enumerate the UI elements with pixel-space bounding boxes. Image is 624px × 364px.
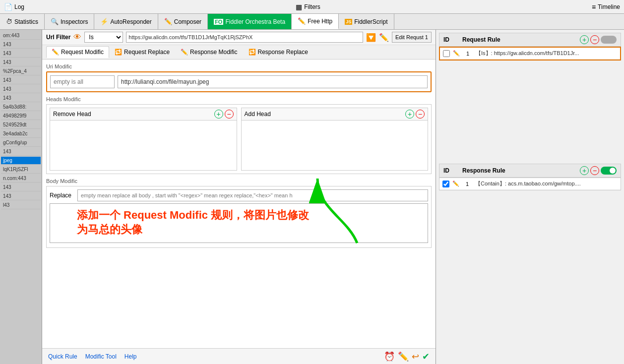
- filter-condition-select[interactable]: Is Contains Regex: [84, 32, 123, 43]
- left-item[interactable]: om:443: [1, 32, 41, 40]
- help-link[interactable]: Help: [125, 353, 137, 360]
- subtab-response-replace[interactable]: 🔁 Response Replace: [243, 46, 313, 58]
- remove-head-header: Remove Head + −: [50, 108, 237, 121]
- tab-statistics-label: Statistics: [14, 18, 38, 25]
- timeline-icon: ≡: [592, 3, 596, 11]
- bottom-actions: ⏰ ✏️ ↩ ✔: [384, 351, 430, 362]
- request-replace-icon: 🔁: [115, 49, 122, 56]
- log-item[interactable]: 📄 Log: [4, 3, 24, 11]
- left-item[interactable]: gConfig/up: [1, 139, 41, 147]
- edit-icon[interactable]: ✏️: [379, 33, 389, 42]
- tab-composer[interactable]: ✏️ Composer: [158, 14, 208, 29]
- tab-autoresponder[interactable]: ⚡ AutoResponder: [94, 14, 158, 29]
- center-panel: Url Filter 👁 Is Contains Regex 🔽 ✏️ Edit…: [42, 30, 436, 364]
- tab-fiddler-script[interactable]: JS FiddlerScript: [339, 14, 394, 29]
- edit-request-btn[interactable]: Edit Requst 1: [392, 32, 432, 43]
- request-modific-icon: ✏️: [52, 49, 59, 56]
- filters-icon: ▦: [296, 3, 302, 11]
- edit-rule-icon[interactable]: ✏️: [453, 50, 460, 57]
- left-item[interactable]: 5a4b3d88:: [1, 103, 41, 111]
- add-head-header: Add Head + −: [242, 108, 428, 121]
- response-replace-icon: 🔁: [249, 49, 256, 56]
- tab-statistics[interactable]: ⏱ Statistics: [0, 14, 45, 29]
- left-item[interactable]: l43: [1, 201, 41, 209]
- timeline-label: Timeline: [598, 3, 620, 10]
- remove-head-add-btn[interactable]: +: [214, 110, 223, 119]
- edit-response-rule-icon[interactable]: ✏️: [452, 181, 459, 187]
- request-rules-section: ID Request Rule + − ✏️ 1 【Is】: https://g…: [439, 33, 621, 61]
- replace-input[interactable]: [77, 189, 428, 201]
- left-item[interactable]: 143: [1, 94, 41, 102]
- response-rules-actions: + −: [580, 166, 617, 175]
- uri-value-input[interactable]: [118, 75, 428, 88]
- tab-free-http[interactable]: ✏️ Free Http: [292, 14, 339, 29]
- add-head-remove-btn[interactable]: −: [416, 110, 425, 119]
- response-rule-text: 【Contain】: acs.m.taobao.com/gw/mtop....: [475, 180, 618, 187]
- left-item[interactable]: 143: [1, 192, 41, 200]
- left-item[interactable]: %2Fpca_4: [1, 67, 41, 75]
- request-rule-checkbox[interactable]: [443, 50, 450, 57]
- filters-label: Filters: [304, 3, 320, 10]
- confirm-icon[interactable]: ✔: [422, 351, 430, 362]
- clock-icon[interactable]: ⏰: [384, 351, 395, 362]
- subtab-request-replace[interactable]: 🔁 Request Replace: [109, 46, 175, 58]
- request-rule-toggle[interactable]: [601, 36, 617, 44]
- response-rule-remove-btn[interactable]: −: [590, 166, 599, 175]
- heads-modific-label: Heads Modific: [46, 96, 432, 102]
- tab-fiddler-orchestra-label: Fiddler Orchestra Beta: [225, 18, 285, 25]
- left-item[interactable]: 143: [1, 59, 41, 66]
- left-item[interactable]: 143: [1, 50, 41, 58]
- left-item[interactable]: 143: [1, 148, 41, 156]
- modific-tool-link[interactable]: Modific Tool: [85, 353, 117, 360]
- request-rule-remove-btn[interactable]: −: [590, 35, 599, 44]
- filter-icon: 🔽: [366, 33, 376, 42]
- fiddler-orchestra-icon: FO: [214, 19, 223, 25]
- left-item[interactable]: 143: [1, 85, 41, 93]
- body-modific-section: Body Modific Replace: [46, 178, 432, 248]
- edit-action-icon[interactable]: ✏️: [398, 351, 409, 362]
- remove-head-label: Remove Head: [53, 111, 91, 118]
- response-rule-add-btn[interactable]: +: [580, 166, 589, 175]
- left-item[interactable]: 143: [1, 76, 41, 84]
- body-textarea[interactable]: [50, 203, 428, 243]
- subtab-request-modific[interactable]: ✏️ Request Modific: [46, 46, 109, 58]
- left-item[interactable]: 143: [1, 183, 41, 191]
- inspectors-icon: 🔍: [51, 18, 59, 25]
- subtab-response-modific[interactable]: ✏️ Response Modific: [175, 46, 243, 58]
- tab-free-http-label: Free Http: [308, 18, 332, 25]
- response-rule-id: 1: [462, 181, 472, 187]
- tab-inspectors[interactable]: 🔍 Inspectors: [45, 14, 94, 29]
- left-item[interactable]: 4949829f9: [1, 112, 41, 120]
- top-bar: 📄 Log ▦ Filters ≡ Timeline: [0, 0, 624, 14]
- subtab-request-modific-label: Request Modific: [61, 49, 104, 56]
- filter-url-input[interactable]: [126, 32, 363, 43]
- filter-eye-icon[interactable]: 👁: [73, 33, 81, 42]
- request-rules-table: ✏️ 1 【Is】: https://gw.alicdn.com/tfs/TB1…: [439, 47, 621, 61]
- response-id-col: ID: [443, 167, 458, 174]
- filters-item[interactable]: ▦ Filters: [296, 3, 320, 11]
- request-rule-add-btn[interactable]: +: [580, 35, 589, 44]
- response-rule-checkbox[interactable]: [442, 181, 449, 187]
- undo-icon[interactable]: ↩: [412, 351, 419, 362]
- uri-key-input[interactable]: [50, 75, 115, 88]
- left-item[interactable]: lqK1RjSZFl: [1, 166, 41, 174]
- composer-icon: ✏️: [164, 18, 172, 25]
- left-item[interactable]: 3e4adab2c: [1, 130, 41, 138]
- request-rules-actions: + −: [580, 35, 617, 44]
- quick-rule-link[interactable]: Quick Rule: [48, 353, 77, 360]
- tab-fiddler-orchestra[interactable]: FO Fiddler Orchestra Beta: [208, 14, 292, 29]
- uri-modific-row: [50, 75, 428, 88]
- uri-modific-box: [46, 71, 432, 92]
- left-item[interactable]: 5249529dt: [1, 121, 41, 129]
- main-container: om:443 143 143 143 %2Fpca_4 143 143 143 …: [0, 30, 624, 364]
- url-filter-label: Url Filter: [46, 34, 70, 41]
- left-item[interactable]: 143: [1, 41, 41, 49]
- left-item-selected[interactable]: jpeg: [1, 157, 41, 165]
- response-rule-toggle[interactable]: [601, 167, 617, 175]
- add-head-add-btn[interactable]: +: [405, 110, 414, 119]
- subtab-response-modific-label: Response Modific: [190, 49, 237, 56]
- subtab-response-replace-label: Response Replace: [258, 49, 308, 56]
- remove-head-remove-btn[interactable]: −: [225, 110, 234, 119]
- left-item[interactable]: n.com:443: [1, 175, 41, 182]
- timeline-item[interactable]: ≡ Timeline: [592, 3, 620, 11]
